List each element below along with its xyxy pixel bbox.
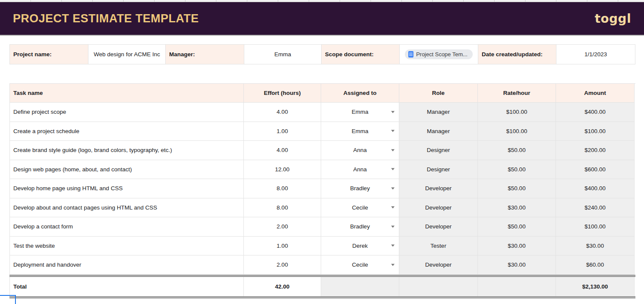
table-row: Create brand style guide (logo, brand co… [9, 141, 635, 160]
task-cell[interactable]: Define project scope [9, 103, 244, 122]
amount-cell[interactable]: $60.00 [556, 255, 635, 275]
amount-cell[interactable]: $400.00 [556, 179, 635, 198]
effort-cell[interactable]: 2.00 [244, 217, 321, 237]
amount-cell[interactable]: $200.00 [556, 141, 635, 160]
table-row: Design web pages (home, about, and conta… [9, 160, 635, 179]
effort-cell[interactable]: 8.00 [244, 198, 321, 218]
effort-cell[interactable]: 1.00 [244, 122, 321, 141]
effort-cell[interactable]: 4.00 [244, 141, 321, 160]
chevron-down-icon [391, 187, 395, 189]
assignee-dropdown[interactable]: Anna [321, 141, 399, 160]
amount-cell[interactable]: $30.00 [556, 237, 635, 256]
info-label-2: Scope document: [322, 45, 400, 64]
column-header-role: Role [399, 84, 478, 103]
effort-cell[interactable]: 2.00 [244, 255, 321, 275]
table-row: Create a project schedule1.00EmmaManager… [9, 122, 635, 141]
role-cell[interactable]: Developer [399, 217, 478, 237]
task-cell[interactable]: Develop about and contact pages using HT… [9, 198, 244, 218]
effort-cell[interactable]: 12.00 [244, 160, 321, 179]
assignee-dropdown[interactable]: Emma [321, 103, 399, 122]
total-label-cell: Total [9, 277, 244, 296]
table-header-row: Task nameEffort (hours)Assigned toRoleRa… [9, 83, 635, 103]
amount-cell[interactable]: $600.00 [556, 160, 635, 179]
chevron-down-icon [391, 245, 395, 247]
rate-cell[interactable]: $30.00 [478, 237, 556, 256]
total-row: Total42.00$2,130.00 [9, 277, 635, 296]
effort-cell[interactable]: 4.00 [244, 103, 321, 122]
table-row: Develop home page using HTML and CSS8.00… [9, 179, 635, 198]
task-cell[interactable]: Deployment and handover [9, 255, 244, 275]
total-empty-rate [478, 277, 556, 296]
assignee-dropdown[interactable]: Derek [321, 237, 399, 256]
rate-cell[interactable]: $30.00 [478, 198, 556, 218]
amount-cell[interactable]: $240.00 [556, 198, 635, 218]
effort-cell[interactable]: 8.00 [244, 179, 321, 198]
assignee-dropdown[interactable]: Bradley [321, 179, 399, 198]
effort-cell[interactable]: 1.00 [244, 237, 321, 256]
column-header-effort-hours-: Effort (hours) [244, 84, 321, 103]
info-label-3: Date created/updated: [478, 45, 556, 64]
chevron-down-icon [391, 111, 395, 113]
assignee-dropdown[interactable]: Cecile [321, 255, 399, 275]
total-effort-cell: 42.00 [244, 277, 321, 296]
info-label-0: Project name: [10, 45, 88, 64]
role-cell[interactable]: Tester [399, 237, 478, 256]
task-cell[interactable]: Test the website [9, 237, 244, 256]
chevron-down-icon [391, 225, 395, 228]
chevron-down-icon [391, 207, 395, 209]
role-cell[interactable]: Developer [399, 198, 478, 218]
table-row: Define project scope4.00EmmaManager$100.… [9, 103, 635, 122]
info-value-3[interactable]: 1/1/2023 [556, 45, 635, 64]
total-empty-assigned [321, 277, 399, 296]
scope-doc-chip-label: Project Scope Tem... [416, 51, 468, 58]
active-cell-selection[interactable] [0, 295, 16, 304]
task-cell[interactable]: Create brand style guide (logo, brand co… [9, 141, 244, 160]
estimate-table: Task nameEffort (hours)Assigned toRoleRa… [9, 83, 635, 298]
rate-cell[interactable]: $50.00 [478, 217, 556, 237]
role-cell[interactable]: Manager [399, 122, 478, 141]
info-value-0[interactable]: Web design for ACME Inc [88, 45, 166, 64]
table-row: Develop a contact form2.00BradleyDevelop… [9, 217, 635, 237]
task-cell[interactable]: Create a project schedule [9, 122, 244, 141]
info-value-1[interactable]: Emma [244, 45, 322, 64]
banner: PROJECT ESTIMATE TEMPLATE toggl [0, 2, 644, 36]
role-cell[interactable]: Designer [399, 141, 478, 160]
assignee-dropdown[interactable]: Emma [321, 122, 399, 141]
chevron-down-icon [391, 168, 395, 170]
rate-cell[interactable]: $100.00 [478, 103, 556, 122]
table-row: Test the website1.00DerekTester$30.00$30… [9, 237, 635, 256]
amount-cell[interactable]: $100.00 [556, 122, 635, 141]
project-info-bar: Project name:Web design for ACME IncMana… [9, 44, 635, 64]
total-amount-cell: $2,130.00 [556, 277, 635, 296]
assignee-dropdown[interactable]: Bradley [321, 217, 399, 237]
table-body: Define project scope4.00EmmaManager$100.… [9, 103, 635, 275]
role-cell[interactable]: Developer [399, 179, 478, 198]
amount-cell[interactable]: $400.00 [556, 103, 635, 122]
assignee-dropdown[interactable]: Anna [321, 160, 399, 179]
table-row: Develop about and contact pages using HT… [9, 198, 635, 218]
task-cell[interactable]: Develop a contact form [9, 217, 244, 237]
chevron-down-icon [391, 149, 395, 151]
page-title: PROJECT ESTIMATE TEMPLATE [13, 12, 199, 25]
role-cell[interactable]: Developer [399, 255, 478, 275]
role-cell[interactable]: Manager [399, 103, 478, 122]
total-separator-bottom [9, 296, 635, 298]
amount-cell[interactable]: $100.00 [556, 217, 635, 237]
chevron-down-icon [391, 130, 395, 132]
info-value-2[interactable]: Project Scope Tem... [400, 45, 478, 64]
role-cell[interactable]: Designer [399, 160, 478, 179]
task-cell[interactable]: Develop home page using HTML and CSS [9, 179, 244, 198]
rate-cell[interactable]: $50.00 [478, 141, 556, 160]
scope-doc-chip[interactable]: Project Scope Tem... [405, 49, 473, 59]
info-label-1: Manager: [166, 45, 244, 64]
column-header-task-name: Task name [9, 84, 244, 103]
task-cell[interactable]: Design web pages (home, about, and conta… [9, 160, 244, 179]
column-header-rate-hour: Rate/hour [478, 84, 556, 103]
assignee-dropdown[interactable]: Cecile [321, 198, 399, 218]
rate-cell[interactable]: $50.00 [478, 160, 556, 179]
rate-cell[interactable]: $30.00 [478, 255, 556, 275]
rate-cell[interactable]: $100.00 [478, 122, 556, 141]
rate-cell[interactable]: $50.00 [478, 179, 556, 198]
total-empty-role [399, 277, 478, 296]
doc-icon [408, 51, 413, 58]
